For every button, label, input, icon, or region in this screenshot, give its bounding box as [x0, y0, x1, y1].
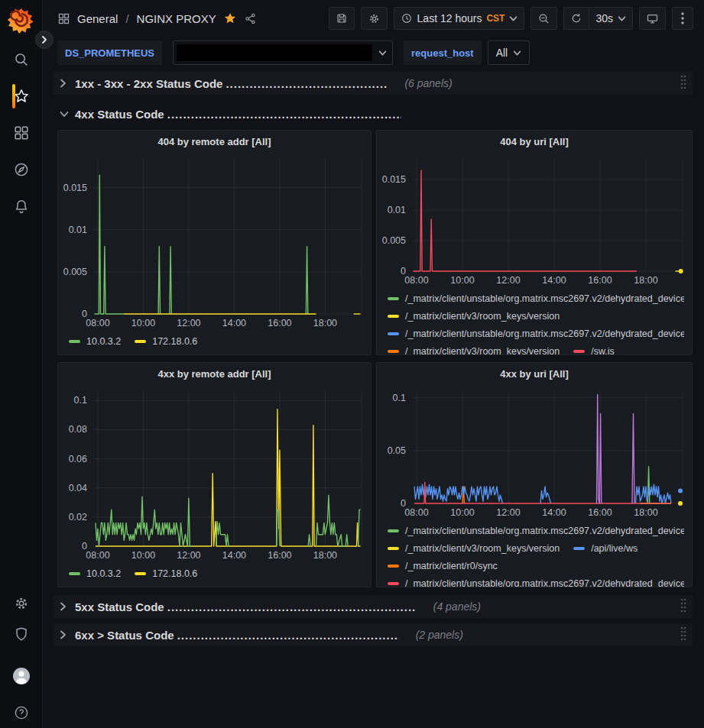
share-icon[interactable] — [244, 12, 257, 25]
legend-item[interactable]: /_matrix/client/r0/sync — [388, 561, 498, 571]
sidebar-item-alerting[interactable] — [0, 191, 43, 222]
legend-row: 10.0.3.2172.18.0.6 — [69, 565, 363, 582]
row-4xx[interactable]: 4xx Status Code ........................… — [54, 102, 693, 125]
legend-row: /_matrix/client/v3/room_keys/version/sw.… — [388, 342, 684, 355]
svg-text:18:00: 18:00 — [313, 318, 337, 328]
legend-swatch — [388, 315, 399, 318]
legend-item[interactable]: /_matrix/client/v3/room_keys/version — [388, 543, 560, 554]
legend-label: /_matrix/client/unstable/org.matrix.msc2… — [405, 328, 684, 339]
row-title-dots: ........................................… — [177, 629, 399, 642]
time-picker-button[interactable]: Last 12 hours CST — [394, 7, 525, 30]
help-icon[interactable] — [0, 697, 43, 728]
time-range-label: Last 12 hours — [417, 12, 482, 24]
legend-item[interactable]: /api/live/ws — [573, 543, 637, 554]
kebab-menu-button[interactable] — [672, 7, 693, 30]
svg-text:08:00: 08:00 — [404, 275, 428, 286]
legend-item[interactable]: /_matrix/client/unstable/org.matrix.msc2… — [388, 293, 684, 304]
time-series-chart[interactable]: 00.0050.010.01508:0010:0012:0014:0016:00… — [58, 152, 371, 331]
variables-bar: DS_PROMETHEUS request_host All — [44, 37, 704, 69]
svg-text:14:00: 14:00 — [542, 275, 566, 286]
row-drag-handle[interactable] — [680, 626, 686, 643]
svg-text:08:00: 08:00 — [86, 550, 109, 561]
row-title: 1xx - 3xx - 2xx Status Code — [75, 77, 222, 90]
legend-row: /_matrix/client/unstable/org.matrix.msc2… — [388, 290, 684, 307]
save-icon — [336, 12, 348, 24]
panel-title[interactable]: 4xx by uri [All] — [377, 363, 692, 384]
legend-item[interactable]: /_matrix/client/v3/room_keys/version — [388, 346, 560, 356]
panel-4xx-by-remote-addr: 4xx by remote addr [All] 00.020.040.060.… — [57, 362, 371, 587]
sidebar-item-starred[interactable] — [0, 81, 43, 112]
row-title-dots: ........................................… — [167, 108, 401, 121]
row-5xx[interactable]: 5xx Status Code ........................… — [54, 595, 693, 618]
save-dashboard-button[interactable] — [329, 7, 355, 30]
legend-item[interactable]: 172.18.0.6 — [135, 568, 197, 579]
legend-swatch — [388, 350, 399, 353]
chevron-right-icon — [60, 79, 72, 88]
legend-label: /_matrix/client/v3/room_keys/version — [405, 346, 560, 356]
panel-404-by-uri: 404 by uri [All] 00.0050.010.01508:0010:… — [376, 130, 693, 355]
tv-mode-button[interactable] — [639, 7, 666, 30]
sidebar-expand-button[interactable] — [35, 31, 54, 49]
panel-title[interactable]: 404 by remote addr [All] — [58, 131, 371, 152]
sidebar-item-explore[interactable] — [0, 154, 43, 185]
legend-label: /_matrix/client/unstable/org.matrix.msc2… — [405, 578, 684, 588]
legend-item[interactable]: 10.0.3.2 — [69, 336, 121, 347]
row-drag-handle[interactable] — [680, 75, 686, 92]
svg-text:0.04: 0.04 — [69, 483, 87, 493]
dashboard-title[interactable]: NGINX PROXY — [137, 12, 216, 25]
legend-row: 10.0.3.2172.18.0.6 — [69, 332, 363, 350]
row-6xx[interactable]: 6xx > Status Code ......................… — [54, 623, 693, 646]
time-series-chart[interactable]: 00.050.108:0010:0012:0014:0016:0018:00 — [377, 384, 692, 520]
legend-swatch — [388, 565, 399, 568]
dashboard-settings-button[interactable] — [361, 7, 388, 30]
panel-title[interactable]: 4xx by remote addr [All] — [58, 363, 371, 384]
refresh-button[interactable] — [563, 7, 589, 30]
breadcrumb-section[interactable]: General — [77, 12, 118, 25]
star-icon[interactable] — [223, 11, 237, 25]
panel-title[interactable]: 404 by uri [All] — [377, 131, 692, 152]
zoom-out-time-button[interactable] — [530, 7, 557, 30]
time-series-chart[interactable]: 00.020.040.060.080.108:0010:0012:0014:00… — [58, 384, 371, 563]
legend-row: /_matrix/client/unstable/org.matrix.msc2… — [388, 522, 684, 539]
legend-item[interactable]: /_matrix/client/v3/room_keys/version — [388, 311, 560, 322]
row-panel-count: (2 panels) — [416, 629, 463, 641]
legend-label: 172.18.0.6 — [152, 336, 197, 347]
datasource-picker[interactable] — [173, 40, 393, 65]
svg-text:0.02: 0.02 — [69, 512, 87, 523]
svg-text:14:00: 14:00 — [222, 318, 246, 328]
legend-label: /sw.js — [591, 346, 615, 356]
sidebar-item-server-admin[interactable] — [0, 619, 43, 649]
request-host-dropdown[interactable]: All — [488, 40, 530, 65]
panel-404-by-remote-addr: 404 by remote addr [All] 00.0050.010.015… — [57, 130, 371, 355]
legend-item[interactable]: 172.18.0.6 — [135, 336, 197, 347]
svg-text:16:00: 16:00 — [588, 275, 612, 286]
time-series-chart[interactable]: 00.0050.010.01508:0010:0012:0014:0016:00… — [377, 152, 692, 288]
legend-swatch — [388, 297, 399, 300]
search-icon[interactable] — [0, 44, 43, 75]
svg-text:0.1: 0.1 — [393, 393, 406, 403]
row-drag-handle[interactable] — [680, 598, 686, 615]
svg-text:0.1: 0.1 — [74, 395, 87, 406]
legend-swatch — [573, 350, 585, 353]
dashboard-grid-icon — [57, 12, 70, 25]
avatar[interactable] — [0, 661, 43, 691]
legend-swatch — [388, 529, 399, 532]
refresh-interval-dropdown[interactable]: 30s — [589, 7, 633, 30]
svg-text:10:00: 10:00 — [450, 275, 474, 286]
zoom-out-icon — [537, 12, 550, 25]
sidebar-item-dashboards[interactable] — [0, 118, 43, 148]
legend-item[interactable]: /_matrix/client/unstable/org.matrix.msc2… — [388, 526, 684, 536]
legend-label: /_matrix/client/unstable/org.matrix.msc2… — [405, 293, 684, 304]
svg-text:0.05: 0.05 — [388, 445, 406, 456]
svg-text:10:00: 10:00 — [131, 318, 155, 328]
sidebar-item-configuration[interactable] — [0, 588, 43, 619]
legend-item[interactable]: 10.0.3.2 — [69, 568, 121, 579]
legend-item[interactable]: /_matrix/client/unstable/org.matrix.msc2… — [388, 578, 684, 588]
request-host-value: All — [496, 47, 508, 59]
legend-row: /_matrix/client/unstable/org.matrix.msc2… — [388, 325, 684, 342]
legend-item[interactable]: /sw.js — [573, 346, 615, 356]
chevron-down-icon — [60, 111, 72, 118]
grafana-logo[interactable] — [8, 6, 35, 34]
legend-item[interactable]: /_matrix/client/unstable/org.matrix.msc2… — [388, 328, 684, 339]
row-1xx-3xx-2xx[interactable]: 1xx - 3xx - 2xx Status Code ............… — [54, 72, 693, 95]
